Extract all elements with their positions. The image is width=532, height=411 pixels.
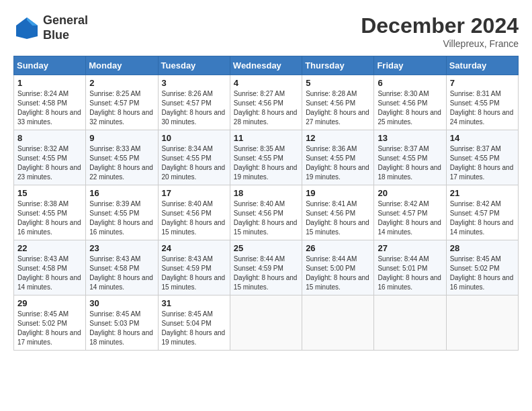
header-friday: Friday (374, 56, 446, 75)
day-number: 30 (89, 298, 154, 308)
day-number: 6 (378, 78, 442, 88)
table-row: 7Sunrise: 8:31 AMSunset: 4:55 PMDaylight… (446, 75, 518, 130)
day-number: 16 (89, 188, 154, 198)
day-number: 12 (306, 133, 370, 143)
header-wednesday: Wednesday (230, 56, 302, 75)
table-row: 14Sunrise: 8:37 AMSunset: 4:55 PMDayligh… (446, 130, 518, 185)
day-number: 20 (378, 188, 442, 198)
calendar-row: 8Sunrise: 8:32 AMSunset: 4:55 PMDaylight… (14, 130, 519, 185)
day-info: Sunrise: 8:42 AMSunset: 4:57 PMDaylight:… (450, 199, 515, 237)
day-info: Sunrise: 8:30 AMSunset: 4:56 PMDaylight:… (378, 89, 442, 127)
page-header: General Blue December 2024 Villepreux, F… (13, 13, 519, 49)
table-row (230, 295, 302, 351)
day-number: 3 (162, 78, 226, 88)
logo-line2: Blue (43, 28, 88, 43)
day-number: 4 (234, 78, 298, 88)
day-info: Sunrise: 8:25 AMSunset: 4:57 PMDaylight:… (89, 89, 154, 127)
table-row: 20Sunrise: 8:42 AMSunset: 4:57 PMDayligh… (374, 185, 446, 240)
day-number: 2 (89, 78, 154, 88)
weekday-header-row: Sunday Monday Tuesday Wednesday Thursday… (14, 56, 519, 75)
day-info: Sunrise: 8:40 AMSunset: 4:56 PMDaylight:… (234, 199, 298, 237)
table-row: 9Sunrise: 8:33 AMSunset: 4:55 PMDaylight… (86, 130, 158, 185)
table-row: 25Sunrise: 8:44 AMSunset: 4:59 PMDayligh… (230, 240, 302, 295)
day-number: 23 (89, 243, 154, 253)
location: Villepreux, France (361, 38, 519, 49)
table-row: 23Sunrise: 8:43 AMSunset: 4:58 PMDayligh… (86, 240, 158, 295)
table-row (302, 295, 374, 351)
table-row: 10Sunrise: 8:34 AMSunset: 4:55 PMDayligh… (158, 130, 230, 185)
day-info: Sunrise: 8:38 AMSunset: 4:55 PMDaylight:… (17, 199, 82, 237)
table-row: 13Sunrise: 8:37 AMSunset: 4:55 PMDayligh… (374, 130, 446, 185)
day-info: Sunrise: 8:44 AMSunset: 5:01 PMDaylight:… (378, 255, 442, 292)
day-number: 22 (17, 243, 82, 253)
header-sunday: Sunday (14, 56, 86, 75)
day-info: Sunrise: 8:24 AMSunset: 4:58 PMDaylight:… (17, 89, 82, 127)
table-row: 27Sunrise: 8:44 AMSunset: 5:01 PMDayligh… (374, 240, 446, 295)
title-block: December 2024 Villepreux, France (361, 13, 519, 49)
table-row: 1Sunrise: 8:24 AMSunset: 4:58 PMDaylight… (14, 75, 86, 130)
day-number: 19 (306, 188, 370, 198)
logo-icon (13, 15, 40, 42)
day-info: Sunrise: 8:43 AMSunset: 4:59 PMDaylight:… (162, 255, 226, 292)
table-row: 22Sunrise: 8:43 AMSunset: 4:58 PMDayligh… (14, 240, 86, 295)
day-number: 5 (306, 78, 370, 88)
day-number: 11 (234, 133, 298, 143)
day-number: 25 (234, 243, 298, 253)
day-number: 28 (450, 243, 515, 253)
day-number: 31 (162, 298, 226, 308)
table-row: 15Sunrise: 8:38 AMSunset: 4:55 PMDayligh… (14, 185, 86, 240)
table-row: 2Sunrise: 8:25 AMSunset: 4:57 PMDaylight… (86, 75, 158, 130)
table-row: 19Sunrise: 8:41 AMSunset: 4:56 PMDayligh… (302, 185, 374, 240)
table-row: 28Sunrise: 8:45 AMSunset: 5:02 PMDayligh… (446, 240, 518, 295)
day-info: Sunrise: 8:37 AMSunset: 4:55 PMDaylight:… (450, 144, 515, 182)
calendar-row: 29Sunrise: 8:45 AMSunset: 5:02 PMDayligh… (14, 295, 519, 351)
table-row: 11Sunrise: 8:35 AMSunset: 4:55 PMDayligh… (230, 130, 302, 185)
day-info: Sunrise: 8:45 AMSunset: 5:03 PMDaylight:… (89, 310, 154, 347)
day-number: 15 (17, 188, 82, 198)
table-row: 12Sunrise: 8:36 AMSunset: 4:55 PMDayligh… (302, 130, 374, 185)
month-title: December 2024 (361, 13, 519, 38)
day-number: 26 (306, 243, 370, 253)
day-info: Sunrise: 8:26 AMSunset: 4:57 PMDaylight:… (162, 89, 226, 127)
header-thursday: Thursday (302, 56, 374, 75)
table-row: 3Sunrise: 8:26 AMSunset: 4:57 PMDaylight… (158, 75, 230, 130)
table-row: 30Sunrise: 8:45 AMSunset: 5:03 PMDayligh… (86, 295, 158, 351)
day-info: Sunrise: 8:45 AMSunset: 5:04 PMDaylight:… (162, 310, 226, 347)
logo-line1: General (43, 13, 88, 28)
logo: General Blue (13, 13, 88, 42)
day-info: Sunrise: 8:43 AMSunset: 4:58 PMDaylight:… (89, 255, 154, 292)
day-number: 17 (162, 188, 226, 198)
day-info: Sunrise: 8:44 AMSunset: 4:59 PMDaylight:… (234, 255, 298, 292)
table-row: 17Sunrise: 8:40 AMSunset: 4:56 PMDayligh… (158, 185, 230, 240)
day-info: Sunrise: 8:31 AMSunset: 4:55 PMDaylight:… (450, 89, 515, 127)
day-number: 18 (234, 188, 298, 198)
header-tuesday: Tuesday (158, 56, 230, 75)
day-info: Sunrise: 8:42 AMSunset: 4:57 PMDaylight:… (378, 199, 442, 237)
day-info: Sunrise: 8:43 AMSunset: 4:58 PMDaylight:… (17, 255, 82, 292)
day-info: Sunrise: 8:41 AMSunset: 4:56 PMDaylight:… (306, 199, 370, 237)
day-number: 7 (450, 78, 515, 88)
calendar-row: 1Sunrise: 8:24 AMSunset: 4:58 PMDaylight… (14, 75, 519, 130)
day-number: 21 (450, 188, 515, 198)
table-row: 8Sunrise: 8:32 AMSunset: 4:55 PMDaylight… (14, 130, 86, 185)
day-info: Sunrise: 8:44 AMSunset: 5:00 PMDaylight:… (306, 255, 370, 292)
day-number: 9 (89, 133, 154, 143)
table-row: 18Sunrise: 8:40 AMSunset: 4:56 PMDayligh… (230, 185, 302, 240)
day-info: Sunrise: 8:32 AMSunset: 4:55 PMDaylight:… (17, 144, 82, 182)
day-number: 14 (450, 133, 515, 143)
day-info: Sunrise: 8:40 AMSunset: 4:56 PMDaylight:… (162, 199, 226, 237)
day-info: Sunrise: 8:34 AMSunset: 4:55 PMDaylight:… (162, 144, 226, 182)
header-saturday: Saturday (446, 56, 518, 75)
table-row: 24Sunrise: 8:43 AMSunset: 4:59 PMDayligh… (158, 240, 230, 295)
calendar-row: 15Sunrise: 8:38 AMSunset: 4:55 PMDayligh… (14, 185, 519, 240)
table-row: 5Sunrise: 8:28 AMSunset: 4:56 PMDaylight… (302, 75, 374, 130)
day-info: Sunrise: 8:45 AMSunset: 5:02 PMDaylight:… (17, 310, 82, 347)
table-row (374, 295, 446, 351)
table-row: 26Sunrise: 8:44 AMSunset: 5:00 PMDayligh… (302, 240, 374, 295)
day-number: 13 (378, 133, 442, 143)
day-number: 29 (17, 298, 82, 308)
table-row: 6Sunrise: 8:30 AMSunset: 4:56 PMDaylight… (374, 75, 446, 130)
calendar-row: 22Sunrise: 8:43 AMSunset: 4:58 PMDayligh… (14, 240, 519, 295)
day-number: 1 (17, 78, 82, 88)
table-row: 29Sunrise: 8:45 AMSunset: 5:02 PMDayligh… (14, 295, 86, 351)
